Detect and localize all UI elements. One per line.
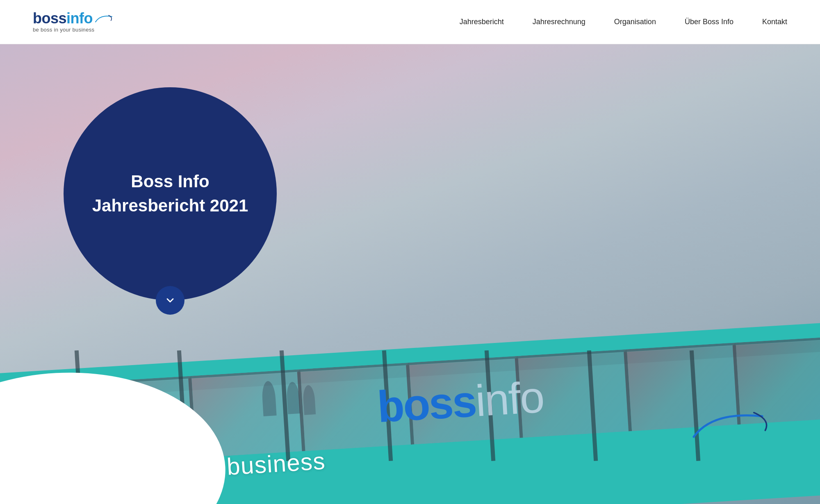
site-header: bossinfo be boss in your business Jahres… [0,0,820,44]
logo[interactable]: bossinfo be boss in your business [33,11,114,33]
logo-tagline: be boss in your business [33,27,94,33]
nav-kontakt[interactable]: Kontakt [762,18,787,26]
nav-uber-boss-info[interactable]: Über Boss Info [685,18,733,26]
hero-circle: Boss Info Jahresbericht 2021 [64,87,277,300]
building-brand-text: bossinfo [376,375,545,429]
nav-organisation[interactable]: Organisation [614,18,656,26]
scroll-down-button[interactable] [156,286,184,315]
hero-title: Boss Info Jahresbericht 2021 [92,170,248,218]
chevron-down-icon [164,295,176,306]
hero-section: bossinfo be boss in your business Boss I… [0,44,820,504]
logo-info: info [66,10,93,27]
building-boss-text: boss [376,379,477,429]
nav-jahresrechnung[interactable]: Jahresrechnung [533,18,585,26]
building-swoosh-icon [688,399,780,445]
main-nav: Jahresbericht Jahresrechnung Organisatio… [460,18,787,26]
logo-boss: boss [33,10,66,27]
logo-swoosh-icon [93,13,114,24]
nav-jahresbericht[interactable]: Jahresbericht [460,18,504,26]
building-info-text: info [474,375,545,423]
